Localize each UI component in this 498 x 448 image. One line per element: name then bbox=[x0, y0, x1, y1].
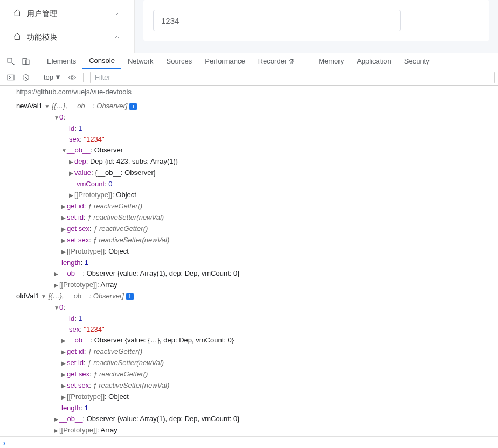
tab-performance[interactable]: Performance bbox=[198, 53, 251, 69]
sidebar-item-modules[interactable]: 功能模块 bbox=[0, 26, 134, 50]
info-icon[interactable]: i bbox=[126, 293, 134, 300]
caret-down-icon: ▼ bbox=[54, 73, 61, 81]
tab-recorder[interactable]: Recorder⚗ bbox=[252, 53, 301, 69]
eye-icon[interactable] bbox=[66, 72, 78, 83]
sidebar-item-label: 用户管理 bbox=[27, 9, 57, 19]
svg-rect-1 bbox=[23, 58, 27, 64]
device-toggle-icon[interactable] bbox=[20, 55, 32, 67]
expand-toggle[interactable]: ▼ bbox=[61, 145, 67, 156]
separator bbox=[37, 57, 37, 66]
expand-toggle[interactable]: ▼ bbox=[54, 303, 59, 313]
home-icon bbox=[13, 9, 22, 19]
devtools-tabs: Elements Console Network Sources Perform… bbox=[0, 53, 498, 69]
expand-toggle[interactable]: ▶ bbox=[69, 157, 74, 167]
home-icon bbox=[13, 32, 22, 43]
tab-memory[interactable]: Memory bbox=[312, 53, 350, 69]
expand-toggle[interactable]: ▶ bbox=[54, 280, 59, 291]
expand-toggle[interactable]: ▶ bbox=[61, 392, 67, 403]
text-input[interactable]: 1234 bbox=[153, 10, 401, 31]
tab-network[interactable]: Network bbox=[121, 53, 160, 69]
expand-toggle[interactable]: ▶ bbox=[69, 190, 74, 201]
clear-console-icon[interactable] bbox=[20, 72, 32, 83]
content-area: 1234 bbox=[135, 0, 498, 53]
svg-rect-2 bbox=[25, 60, 29, 64]
flask-icon: ⚗ bbox=[289, 58, 295, 65]
expand-toggle[interactable]: ▶ bbox=[69, 168, 74, 179]
expand-toggle[interactable]: ▶ bbox=[61, 381, 67, 391]
expand-toggle[interactable]: ▶ bbox=[61, 335, 67, 346]
separator bbox=[83, 73, 84, 82]
card: 1234 bbox=[143, 0, 489, 41]
expand-toggle[interactable]: ▶ bbox=[61, 347, 67, 358]
tab-sources[interactable]: Sources bbox=[160, 53, 199, 69]
input-value: 1234 bbox=[161, 16, 179, 25]
expand-toggle[interactable]: ▶ bbox=[54, 269, 59, 279]
expand-toggle[interactable]: ▶ bbox=[61, 224, 67, 235]
console-toolbar: top ▼ Filter bbox=[0, 69, 498, 86]
tab-security[interactable]: Security bbox=[398, 53, 436, 69]
expand-toggle[interactable]: ▶ bbox=[54, 414, 59, 425]
console-var: newVal1 bbox=[16, 102, 43, 110]
expand-toggle[interactable]: ▼ bbox=[41, 291, 46, 302]
svg-point-5 bbox=[71, 76, 73, 79]
expand-toggle[interactable]: ▼ bbox=[45, 101, 50, 112]
svg-rect-0 bbox=[8, 58, 12, 62]
info-icon[interactable]: i bbox=[129, 103, 137, 110]
expand-toggle[interactable]: ▶ bbox=[61, 201, 67, 212]
tab-application[interactable]: Application bbox=[350, 53, 398, 69]
sidebar-item-users[interactable]: 用户管理 bbox=[0, 2, 134, 26]
expand-toggle[interactable]: ▼ bbox=[54, 113, 59, 123]
app-top: 用户管理 功能模块 1234 bbox=[0, 0, 498, 53]
tab-elements[interactable]: Elements bbox=[40, 53, 82, 69]
expand-toggle[interactable]: ▶ bbox=[61, 369, 67, 380]
expand-toggle[interactable]: ▶ bbox=[61, 247, 67, 257]
context-selector[interactable]: top ▼ bbox=[44, 73, 61, 81]
devtools-panel: Elements Console Network Sources Perform… bbox=[0, 53, 498, 448]
devtools-link[interactable]: https://github.com/vuejs/vue-devtools bbox=[0, 86, 498, 101]
console-var: oldVal1 bbox=[16, 292, 39, 300]
chevron-up-icon bbox=[113, 33, 121, 43]
expand-toggle[interactable]: ▶ bbox=[61, 213, 67, 223]
console-output: https://github.com/vuejs/vue-devtools ne… bbox=[0, 86, 498, 448]
sidebar: 用户管理 功能模块 bbox=[0, 0, 135, 53]
expand-toggle[interactable]: ▶ bbox=[54, 425, 59, 436]
expand-toggle[interactable]: ▶ bbox=[61, 235, 67, 246]
prompt-icon: › bbox=[3, 438, 5, 449]
console-input-line[interactable]: › bbox=[0, 436, 498, 448]
tab-console[interactable]: Console bbox=[82, 53, 121, 69]
expand-toggle[interactable]: ▶ bbox=[61, 358, 67, 369]
inspect-icon[interactable] bbox=[5, 55, 17, 67]
separator bbox=[37, 73, 37, 82]
chevron-down-icon bbox=[113, 9, 121, 19]
filter-input[interactable]: Filter bbox=[90, 72, 495, 83]
sidebar-toggle-icon[interactable] bbox=[5, 72, 17, 83]
sidebar-item-label: 功能模块 bbox=[27, 33, 57, 43]
